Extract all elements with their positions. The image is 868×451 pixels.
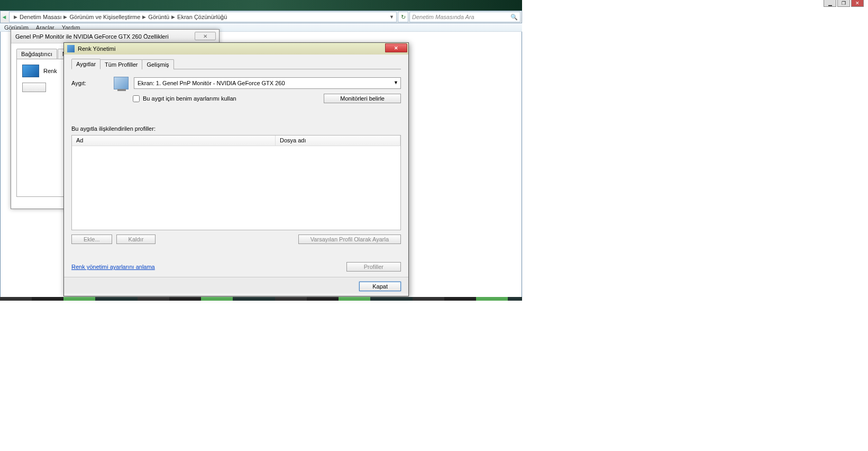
profiles-button[interactable]: Profiller <box>346 262 401 272</box>
cm-title-text: Renk Yönetimi <box>78 46 115 52</box>
cm-tabs: Aygıtlar Tüm Profiller Gelişmiş <box>71 59 401 69</box>
refresh-button[interactable]: ↻ <box>398 12 408 22</box>
chevron-right-icon: ▶ <box>63 14 67 20</box>
breadcrumb-item[interactable]: Görüntü <box>148 14 169 20</box>
use-my-settings-label: Bu aygıt için benim ayarlarımı kullan <box>143 95 236 102</box>
address-bar: ◄ ▶ Denetim Masası ▶ Görünüm ve Kişisell… <box>0 11 522 23</box>
monitor-icon <box>114 77 129 89</box>
column-name[interactable]: Ad <box>72 136 276 146</box>
device-label: Aygıt: <box>71 80 108 86</box>
add-button[interactable]: Ekle... <box>71 234 112 244</box>
nav-buttons: ◄ <box>2 12 7 22</box>
breadcrumb-item[interactable]: Denetim Masası <box>20 14 61 20</box>
breadcrumb[interactable]: ▶ Denetim Masası ▶ Görünüm ve Kişiselleş… <box>9 12 397 22</box>
search-input[interactable]: Denetim Masasında Ara 🔍 <box>409 12 520 22</box>
properties-close-button[interactable]: ✕ <box>195 32 216 40</box>
color-mgmt-icon <box>67 45 75 52</box>
maximize-button[interactable]: ❐ <box>837 0 850 7</box>
search-placeholder: Denetim Masasında Ara <box>412 14 474 20</box>
tab-all-profiles[interactable]: Tüm Profiller <box>100 59 142 69</box>
tab-devices[interactable]: Aygıtlar <box>71 59 100 69</box>
breadcrumb-item[interactable]: Ekran Çözünürlüğü <box>177 14 227 20</box>
close-button[interactable]: Kapat <box>359 282 401 291</box>
dropdown-chevron-icon[interactable]: ▼ <box>389 14 394 20</box>
properties-title-text: Genel PnP Monitör ile NVIDIA GeForce GTX… <box>15 33 169 40</box>
use-my-settings-checkbox[interactable] <box>133 95 140 102</box>
chevron-right-icon: ▶ <box>171 14 175 20</box>
chevron-right-icon: ▶ <box>142 14 146 20</box>
back-button[interactable]: ◄ <box>2 12 7 22</box>
listview-header: Ad Dosya adı <box>72 136 400 146</box>
device-select[interactable]: Ekran: 1. Genel PnP Monitör - NVIDIA GeF… <box>134 77 401 89</box>
cm-title-bar[interactable]: Renk Yönetimi <box>64 43 408 55</box>
tab-advanced[interactable]: Gelişmiş <box>142 59 173 69</box>
search-icon: 🔍 <box>510 14 518 21</box>
breadcrumb-item[interactable]: Görünüm ve Kişiselleştirme <box>69 14 140 20</box>
identify-monitors-button[interactable]: Monitörleri belirle <box>324 94 401 103</box>
outer-close-button[interactable]: ✕ <box>851 0 864 7</box>
column-file[interactable]: Dosya adı <box>276 136 400 146</box>
dialog-footer: Kapat <box>64 277 408 293</box>
understand-settings-link[interactable]: Renk yönetimi ayarlarını anlama <box>71 264 155 270</box>
properties-title-bar[interactable]: Genel PnP Monitör ile NVIDIA GeForce GTX… <box>11 30 219 43</box>
cm-tab-content: Aygıt: Ekran: 1. Genel PnP Monitör - NVI… <box>71 69 401 272</box>
minimize-button[interactable]: ▁ <box>824 0 836 7</box>
display-icon <box>22 65 39 77</box>
profiles-heading: Bu aygıtla ilişkilendirilen profiller: <box>71 125 401 132</box>
chevron-down-icon: ▼ <box>394 80 398 85</box>
set-default-button[interactable]: Varsayılan Profil Olarak Ayarla <box>298 234 401 244</box>
cm-close-button[interactable]: ✕ <box>385 43 407 52</box>
profiles-listview[interactable]: Ad Dosya adı <box>71 135 401 230</box>
device-select-value: Ekran: 1. Genel PnP Monitör - NVIDIA GeF… <box>138 80 285 86</box>
color-management-window: Renk Yönetimi ✕ Aygıtlar Tüm Profiller G… <box>63 42 409 296</box>
outer-window-controls: ▁ ❐ ✕ <box>824 0 864 7</box>
taskbar-strip <box>0 297 522 301</box>
color-label: Renk <box>43 68 57 74</box>
chevron-right-icon: ▶ <box>14 14 17 20</box>
desktop-background-strip <box>0 0 522 11</box>
properties-button[interactable] <box>22 83 46 92</box>
remove-button[interactable]: Kaldır <box>116 234 156 244</box>
tab-adapter[interactable]: Bağdaştırıcı <box>16 49 57 59</box>
